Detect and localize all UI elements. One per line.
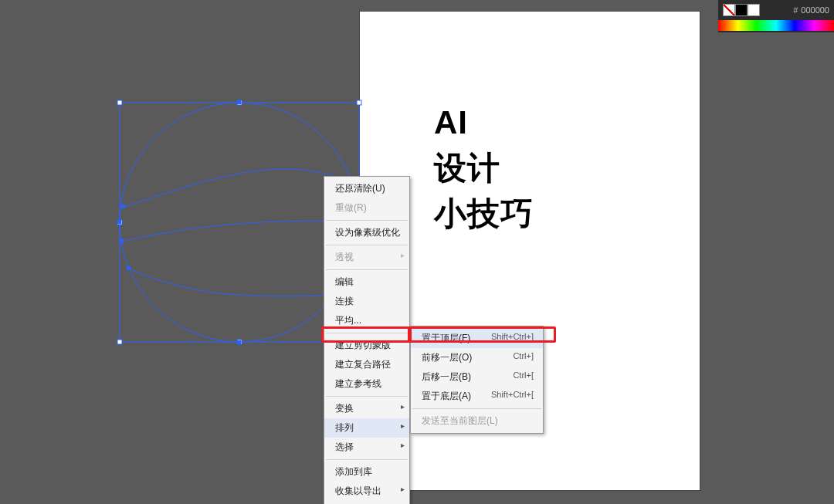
spectrum-wrap [718,20,834,32]
menu-pixel-optimize[interactable]: 设为像素级优化 [324,223,409,242]
heading-line-2: 设计 [434,146,534,191]
submenu-shortcut: Shift+Ctrl+[ [491,390,534,403]
menu-separator [412,408,541,409]
menu-undo[interactable]: 还原清除(U) [324,179,409,198]
submenu-label: 发送至当前图层(L) [422,414,498,428]
menu-make-guides[interactable]: 建立参考线 [324,374,409,394]
menu-average[interactable]: 平均... [324,311,409,330]
submenu-bring-to-front[interactable]: 置于顶层(F) Shift+Ctrl+] [411,329,543,348]
submenu-bring-forward[interactable]: 前移一层(O) Ctrl+] [411,348,543,367]
menu-select[interactable]: 选择 [324,438,409,457]
heading-line-3: 小技巧 [434,191,534,237]
svg-rect-14 [121,205,125,208]
context-menu[interactable]: 还原清除(U) 重做(R) 设为像素级优化 透视 编辑 连接 平均... 建立剪… [324,176,410,504]
menu-add-to-library[interactable]: 添加到库 [324,462,409,482]
hex-readout: # 000000 [793,5,829,15]
menu-collect-export[interactable]: 收集以导出 [324,482,409,501]
menu-connect[interactable]: 连接 [324,292,409,311]
submenu-arrange[interactable]: 置于顶层(F) Shift+Ctrl+] 前移一层(O) Ctrl+] 后移一层… [410,326,544,434]
submenu-shortcut: Shift+Ctrl+] [491,332,534,345]
menu-separator [326,333,408,333]
submenu-shortcut: Ctrl+] [513,351,534,364]
svg-rect-12 [117,220,121,224]
menu-separator [326,396,408,397]
menu-compound-path[interactable]: 建立复合路径 [324,355,409,374]
menu-perspective: 透视 [324,248,409,267]
color-panel[interactable]: # 000000 [718,0,834,32]
submenu-label: 置于顶层(F) [422,332,470,345]
submenu-label: 后移一层(B) [422,370,471,384]
menu-arrange[interactable]: 排列 [324,418,409,438]
color-spectrum[interactable] [718,20,834,31]
menu-transform[interactable]: 变换 [324,399,409,418]
svg-rect-11 [237,340,241,344]
menu-separator [326,245,408,245]
artboard-heading: AI 设计 小技巧 [434,100,534,236]
swatch-white[interactable] [748,4,760,16]
submenu-send-to-back[interactable]: 置于底层(A) Shift+Ctrl+[ [411,387,543,406]
submenu-send-to-current-layer: 发送至当前图层(L) [411,411,543,431]
svg-rect-10 [237,100,241,104]
svg-rect-17 [127,266,131,270]
menu-separator [326,459,408,460]
hex-value: 000000 [801,5,829,15]
fill-swatch-none-icon[interactable] [723,4,735,16]
svg-rect-16 [120,239,124,243]
color-panel-header: # 000000 [718,0,834,20]
fill-stroke-swatches[interactable] [723,4,760,16]
menu-separator [326,220,408,221]
svg-rect-3 [357,100,361,105]
heading-line-1: AI [434,100,534,146]
menu-separator [326,269,408,270]
svg-rect-6 [117,340,122,344]
submenu-shortcut: Ctrl+[ [513,370,534,384]
swatch-black[interactable] [735,4,748,16]
svg-rect-1 [117,100,122,105]
menu-redo: 重做(R) [324,198,409,218]
hex-prefix: # [793,5,798,15]
menu-clip-mask[interactable]: 建立剪切蒙版 [324,336,409,355]
submenu-label: 置于底层(A) [422,390,471,403]
submenu-label: 前移一层(O) [422,351,472,364]
menu-export-selection[interactable]: 导出所选项目... [324,501,409,504]
submenu-send-backward[interactable]: 后移一层(B) Ctrl+[ [411,367,543,387]
menu-edit[interactable]: 编辑 [324,272,409,292]
